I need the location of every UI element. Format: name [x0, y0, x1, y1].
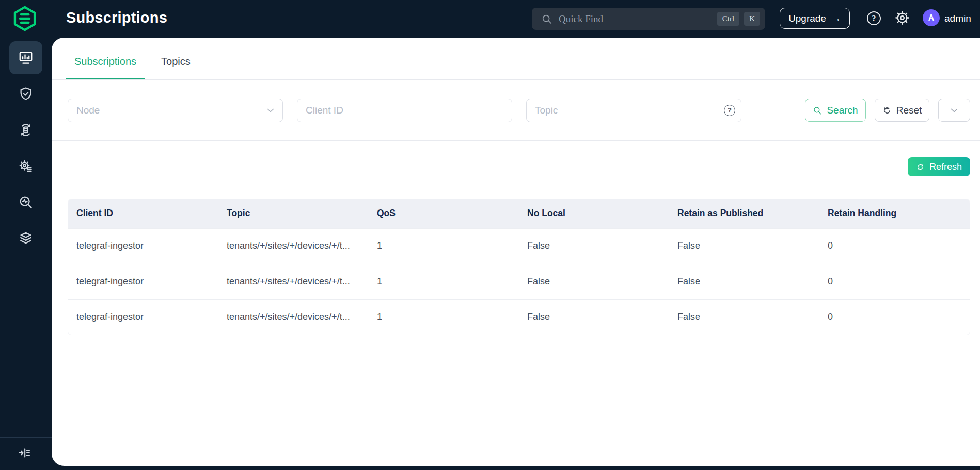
col-qos: QoS — [369, 199, 519, 228]
sidebar-item-system[interactable] — [9, 221, 42, 254]
arrow-right-icon: → — [831, 13, 841, 24]
ctrl-keycap: Ctrl — [717, 12, 739, 26]
collapse-sidebar-icon — [17, 446, 31, 460]
collapse-sidebar-button[interactable] — [15, 445, 33, 461]
refresh-icon — [916, 163, 925, 171]
table-row: telegraf-ingestor tenants/+/sites/+/devi… — [68, 228, 970, 264]
cell-no-local: False — [519, 299, 669, 335]
reset-icon — [882, 106, 892, 115]
cell-no-local: False — [519, 264, 669, 299]
col-retain-as-published: Retain as Published — [669, 199, 819, 228]
table-section: Refresh Client ID Topic QoS No Local Ret… — [52, 141, 980, 466]
expand-filters-button[interactable] — [938, 99, 970, 122]
topic-input[interactable] — [526, 99, 741, 122]
layers-icon — [18, 230, 34, 246]
emqx-logo-icon — [11, 5, 38, 33]
cell-retain-as-published: False — [669, 299, 819, 335]
quick-find-input[interactable] — [559, 13, 713, 25]
username-label: admin — [944, 13, 971, 24]
cell-retain-handling: 0 — [819, 228, 970, 264]
table-row: telegraf-ingestor tenants/+/sites/+/devi… — [68, 299, 970, 335]
subscriptions-table: Client ID Topic QoS No Local Retain as P… — [68, 199, 970, 335]
main-content-card: Subscriptions Topics ? Sea — [52, 38, 980, 466]
top-header: Subscriptions Ctrl K Upgrade → ? A admin — [0, 0, 980, 38]
sidebar-divider — [0, 437, 52, 438]
shield-check-icon — [18, 86, 34, 102]
sidebar-item-access-control[interactable] — [9, 77, 42, 110]
data-sync-icon — [18, 122, 34, 138]
dashboard-icon — [18, 50, 34, 66]
cell-client-id: telegraf-ingestor — [68, 299, 218, 335]
cell-client-id: telegraf-ingestor — [68, 228, 218, 264]
tab-bar: Subscriptions Topics — [52, 38, 980, 80]
cell-topic: tenants/+/sites/+/devices/+/t... — [218, 228, 369, 264]
cell-no-local: False — [519, 228, 669, 264]
table-row: telegraf-ingestor tenants/+/sites/+/devi… — [68, 264, 970, 299]
sidebar-item-integration[interactable] — [9, 114, 42, 147]
k-keycap: K — [744, 12, 760, 26]
client-id-input[interactable] — [297, 99, 512, 122]
gear-icon[interactable] — [894, 10, 910, 26]
upgrade-button[interactable]: Upgrade → — [780, 8, 850, 29]
cell-retain-as-published: False — [669, 264, 819, 299]
sidebar-item-dashboard[interactable] — [9, 41, 42, 74]
filter-buttons: Search Reset — [805, 99, 970, 122]
col-retain-handling: Retain Handling — [819, 199, 970, 228]
cell-topic: tenants/+/sites/+/devices/+/t... — [218, 264, 369, 299]
sidebar-item-management[interactable] — [9, 150, 42, 183]
cell-qos: 1 — [369, 228, 519, 264]
cell-topic: tenants/+/sites/+/devices/+/t... — [218, 299, 369, 335]
filter-bar: ? Search Reset — [52, 80, 980, 141]
node-select[interactable] — [68, 99, 283, 122]
node-select-input[interactable] — [68, 99, 283, 122]
search-icon — [813, 106, 822, 115]
col-client-id: Client ID — [68, 199, 218, 228]
topic-help-icon[interactable]: ? — [724, 105, 735, 116]
diagnose-icon — [18, 195, 34, 210]
cell-retain-handling: 0 — [819, 299, 970, 335]
tab-topics[interactable]: Topics — [153, 45, 199, 79]
cell-qos: 1 — [369, 264, 519, 299]
page-title: Subscriptions — [66, 9, 167, 26]
chevron-down-icon — [265, 105, 276, 116]
avatar[interactable]: A — [923, 9, 940, 26]
upgrade-label: Upgrade — [788, 13, 826, 24]
cell-retain-as-published: False — [669, 228, 819, 264]
sidebar-item-diagnose[interactable] — [9, 186, 42, 219]
topic-field[interactable]: ? — [526, 99, 741, 122]
search-icon — [541, 13, 552, 25]
cell-retain-handling: 0 — [819, 264, 970, 299]
help-icon[interactable]: ? — [867, 11, 881, 25]
gear-list-icon — [18, 158, 34, 174]
cell-client-id: telegraf-ingestor — [68, 264, 218, 299]
sidebar — [0, 38, 52, 470]
search-button[interactable]: Search — [805, 99, 866, 122]
client-id-field[interactable] — [297, 99, 512, 122]
chevron-down-icon — [949, 105, 959, 116]
tab-subscriptions[interactable]: Subscriptions — [66, 45, 145, 79]
refresh-button[interactable]: Refresh — [908, 157, 970, 176]
reset-button[interactable]: Reset — [875, 99, 929, 122]
quick-find-bar[interactable]: Ctrl K — [532, 8, 765, 30]
col-topic: Topic — [218, 199, 369, 228]
col-no-local: No Local — [519, 199, 669, 228]
cell-qos: 1 — [369, 299, 519, 335]
table-header-row: Client ID Topic QoS No Local Retain as P… — [68, 199, 970, 228]
